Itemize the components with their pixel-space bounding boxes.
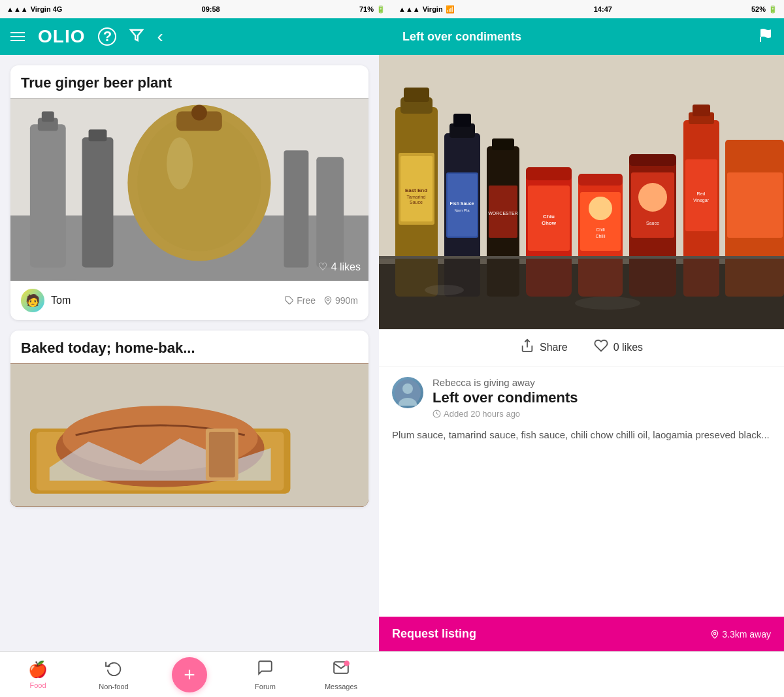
heart-icon-card1: ♡ xyxy=(318,261,327,273)
heart-icon-detail xyxy=(594,338,608,357)
detail-info: Rebecca is giving away Left over condime… xyxy=(379,366,784,617)
battery-right: 52% 🔋 xyxy=(751,5,777,14)
forum-label: Forum xyxy=(255,683,276,690)
svg-rect-25 xyxy=(209,432,235,478)
svg-text:WORCESTER: WORCESTER xyxy=(488,211,518,216)
battery-percent-right: 52% xyxy=(751,5,766,13)
hamburger-menu[interactable] xyxy=(10,32,25,41)
battery-icon-left: 🔋 xyxy=(376,5,385,14)
svg-rect-16 xyxy=(316,157,344,267)
battery-percent-left: 71% xyxy=(359,5,374,13)
nav-messages[interactable]: Messages xyxy=(303,659,379,690)
time-right: 14:47 xyxy=(594,5,612,13)
card1-footer: 🧑 Tom Free 990m xyxy=(10,281,368,320)
detail-actions: Share 0 likes xyxy=(379,329,784,366)
status-left-info: ▲▲▲ Virgin 4G xyxy=(7,5,62,13)
food-label: Food xyxy=(29,681,46,689)
status-bar-container: ▲▲▲ Virgin 4G 09:58 71% 🔋 ▲▲▲ Virgin 📶 1… xyxy=(0,0,784,18)
listings-panel: True ginger beer plant xyxy=(0,55,379,651)
listing-card-2[interactable]: Baked today; home-bak... xyxy=(10,331,368,507)
svg-text:Sauce: Sauce xyxy=(646,221,659,225)
detail-time: Added 20 hours ago xyxy=(433,409,771,419)
card1-likes: ♡ 4 likes xyxy=(318,261,361,273)
nonfood-icon xyxy=(105,659,122,680)
status-bar-right: ▲▲▲ Virgin 📶 14:47 52% 🔋 xyxy=(392,0,784,18)
nav-food[interactable]: 🍎 Food xyxy=(0,660,76,689)
svg-text:Tamarind: Tamarind xyxy=(407,195,426,199)
card1-user: 🧑 Tom xyxy=(21,289,71,312)
svg-text:Chili: Chili xyxy=(596,227,605,232)
carrier-right: Virgin xyxy=(423,5,443,13)
svg-point-63 xyxy=(638,183,667,212)
listing-card-1[interactable]: True ginger beer plant xyxy=(10,65,368,320)
svg-rect-49 xyxy=(526,167,572,180)
svg-rect-45 xyxy=(492,138,514,150)
help-icon[interactable]: ? xyxy=(98,27,116,46)
back-icon[interactable]: ‹ xyxy=(157,26,163,47)
olio-logo: OLIO xyxy=(38,26,85,47)
svg-rect-31 xyxy=(404,88,429,102)
svg-text:Sauce: Sauce xyxy=(410,200,423,204)
food-icon: 🍎 xyxy=(28,660,48,679)
svg-point-83 xyxy=(344,660,350,666)
bottom-bar: 🍎 Food Non-food + Forum xyxy=(0,651,784,697)
status-right-info: ▲▲▲ Virgin 📶 xyxy=(399,5,455,14)
svg-text:East End: East End xyxy=(405,187,427,193)
card2-title: Baked today; home-bak... xyxy=(10,331,368,363)
svg-rect-39 xyxy=(453,114,471,127)
app-header: OLIO ? ‹ Left over condiments xyxy=(0,18,784,55)
flag-icon[interactable] xyxy=(758,27,774,46)
main-content: True ginger beer plant xyxy=(0,55,784,651)
time-left: 09:58 xyxy=(202,5,220,13)
bottom-bar-left: 🍎 Food Non-food + Forum xyxy=(0,652,379,697)
card1-image-bg xyxy=(10,98,368,281)
svg-point-14 xyxy=(167,137,193,189)
detail-title: Left over condiments xyxy=(402,30,521,44)
detail-listing-title: Left over condiments xyxy=(433,389,771,406)
svg-rect-72 xyxy=(727,172,783,238)
nonfood-label: Non-food xyxy=(99,683,128,690)
svg-rect-8 xyxy=(82,137,114,267)
share-label: Share xyxy=(540,342,568,353)
bottom-bar-right xyxy=(379,652,784,697)
battery-left: 71% 🔋 xyxy=(359,5,385,14)
header-right: Left over condiments xyxy=(392,18,784,55)
svg-text:Chow: Chow xyxy=(542,220,557,226)
share-button[interactable]: Share xyxy=(520,338,568,357)
like-button[interactable]: 0 likes xyxy=(594,338,643,357)
add-circle[interactable]: + xyxy=(172,657,207,692)
nav-forum[interactable]: Forum xyxy=(227,659,303,690)
svg-point-82 xyxy=(714,632,717,635)
svg-rect-73 xyxy=(379,256,784,259)
card2-image-bg xyxy=(10,363,368,507)
status-bar-left: ▲▲▲ Virgin 4G 09:58 71% 🔋 xyxy=(0,0,392,18)
svg-marker-0 xyxy=(131,29,142,41)
svg-rect-61 xyxy=(629,154,676,166)
card2-image xyxy=(10,363,368,507)
detail-image: East End Tamarind Sauce Fish Sauce Nam P… xyxy=(379,55,784,329)
messages-label: Messages xyxy=(325,683,357,690)
svg-point-13 xyxy=(191,105,207,120)
svg-text:Vinegar: Vinegar xyxy=(693,198,710,203)
svg-point-75 xyxy=(425,285,464,295)
signal-bars-right: ▲▲▲ xyxy=(399,5,420,13)
svg-point-76 xyxy=(575,297,640,310)
card1-image: ♡ 4 likes xyxy=(10,98,368,281)
forum-icon xyxy=(257,659,274,680)
svg-text:Nam Pla: Nam Pla xyxy=(454,208,470,212)
svg-rect-7 xyxy=(42,111,54,122)
nav-nonfood[interactable]: Non-food xyxy=(76,659,152,690)
svg-point-18 xyxy=(327,299,329,301)
card1-title: True ginger beer plant xyxy=(10,65,368,98)
add-button[interactable]: + xyxy=(152,657,227,692)
likes-label: 0 likes xyxy=(613,342,643,353)
detail-user-row: Rebecca is giving away Left over condime… xyxy=(392,377,771,419)
carrier-left: Virgin 4G xyxy=(31,5,63,13)
svg-rect-67 xyxy=(693,105,710,116)
request-bar[interactable]: Request listing 3.3km away xyxy=(379,617,784,651)
filter-icon[interactable] xyxy=(129,28,144,46)
svg-rect-9 xyxy=(89,129,107,141)
svg-text:Chilli: Chilli xyxy=(595,234,606,238)
svg-text:Red: Red xyxy=(697,191,706,196)
wifi-icon: 📶 xyxy=(446,5,455,14)
